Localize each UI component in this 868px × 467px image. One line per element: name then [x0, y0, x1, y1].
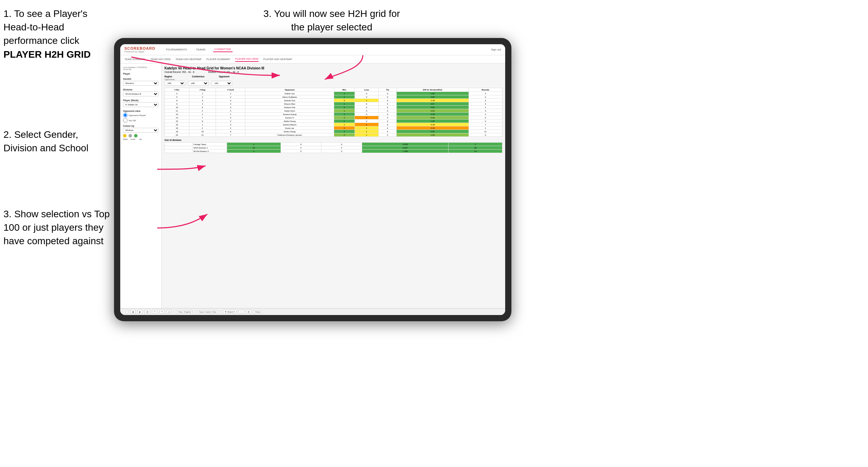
col-opponent: Opponent — [245, 88, 334, 92]
toolbar-watch[interactable]: 👁 Watch ▾ — [223, 310, 236, 314]
table-row: 11 2 5 Heejo Hyun 1 0 0 3.33 3 — [165, 109, 502, 113]
bottom-toolbar: ↩ ◀ ▶ ⊞ ↶ ↷ ◷ | View: Original | Save Cu… — [120, 308, 505, 315]
col-div: # Div — [165, 88, 189, 92]
region-select[interactable]: (All) — [164, 81, 185, 86]
col-conf: # Conf — [216, 88, 245, 92]
sidebar: Last Updated: 27/03/2024 16:55:38 Player… — [120, 64, 162, 308]
main-content: Last Updated: 27/03/2024 16:55:38 Player… — [120, 64, 505, 308]
out-of-division-title: Out of division — [164, 139, 502, 141]
col-loss: Loss — [355, 88, 379, 92]
toolbar-back[interactable]: ◀ — [130, 310, 135, 314]
toolbar-forward[interactable]: ▶ — [138, 310, 143, 314]
colour-dots — [123, 134, 159, 137]
tablet-screen: SCOREBOARD Powered by clippd TOURNAMENTS… — [120, 44, 505, 315]
table-row: 16 1 3 Jessica Mason 1 2 0 -0.94 7 — [165, 123, 502, 126]
opponent-select[interactable]: (All) — [211, 81, 232, 86]
dot-labels: Down Level Up — [123, 138, 159, 140]
table-row: 18 2 2 Euna Lee 0 1 0 -5.00 2 — [165, 126, 502, 130]
ood-table-row: NCAA Division 2 5 0 0 7.400 10 — [165, 150, 502, 153]
timestamp: Last Updated: 27/03/2024 16:55:38 — [123, 66, 159, 70]
col-rounds: Rounds — [469, 88, 502, 92]
toolbar-clock[interactable]: ◷ — [167, 310, 172, 314]
toolbar-redo-right[interactable]: ↷ — [159, 310, 164, 314]
instruction-top-right: 3. You will now see H2H grid for the pla… — [263, 7, 401, 34]
nav-tournaments[interactable]: TOURNAMENTS — [164, 47, 188, 52]
subnav-player-summary[interactable]: PLAYER SUMMARY — [207, 57, 230, 61]
out-of-division-table: Foreign Team 1 0 0 4.500 2 NAIA Division… — [164, 142, 502, 153]
toolbar-save-custom[interactable]: Save Custom View — [197, 310, 218, 314]
ood-table-row: NAIA Division 1 15 0 0 9.267 30 — [165, 146, 502, 150]
division-section: Division NCAA Division III — [123, 88, 159, 96]
page-title: Katelyn Vo Head-to-Head Grid for Women's… — [164, 66, 502, 70]
opponent-view-section: Opponent view Opponents Played Top 100 — [123, 110, 159, 123]
table-row: 19 10 6 Emily Chang 4 1 0 0.30 11 — [165, 130, 502, 133]
dot-up — [134, 134, 138, 137]
player-rank-select[interactable]: 8. Katelyn Vo — [123, 102, 159, 107]
tablet-frame: SCOREBOARD Powered by clippd TOURNAMENTS… — [114, 38, 511, 321]
toolbar-view-original[interactable]: View: Original — [177, 310, 193, 314]
nav-teams[interactable]: TEAMS — [195, 47, 207, 52]
region-filter: Opponents: (All) — [164, 78, 185, 86]
toolbar-share[interactable]: Share — [253, 310, 262, 314]
table-row: 14 7 4 Eunice Yi 2 2 0 0.38 9 — [165, 116, 502, 120]
record-row: Overall Record: 353 - 34 - 6 Division Re… — [164, 71, 502, 73]
dot-down — [123, 134, 126, 137]
table-row: 3 1 1 Esther Lee 1 0 0 1.50 4 — [165, 92, 502, 95]
sub-nav: TEAM SUMMARY TEAM H2H GRID TEAM H2H HEAT… — [120, 55, 505, 64]
brand: SCOREBOARD Powered by clippd — [124, 46, 155, 53]
toolbar-grid[interactable]: ⊞ — [145, 310, 150, 314]
table-row: 5 2 2 Alexis Sudjianto 1 0 0 4.00 3 — [165, 95, 502, 99]
nav-committee[interactable]: COMMITTEE — [213, 47, 233, 52]
subnav-player-h2h-heatmap[interactable]: PLAYER H2H HEATMAP — [263, 57, 292, 61]
data-area: Katelyn Vo Head-to-Head Grid for Women's… — [162, 64, 505, 308]
subnav-team-summary[interactable]: TEAM SUMMARY — [124, 57, 145, 61]
col-win: Win — [334, 88, 355, 92]
player-section: Player — [123, 73, 159, 75]
radio-opponents-played[interactable]: Opponents Played — [123, 113, 159, 117]
subnav-team-h2h-heatmap[interactable]: TEAM H2H HEATMAP — [176, 57, 202, 61]
toolbar-redo-left[interactable]: ↶ — [152, 310, 157, 314]
instruction-bottom-left: 3. Show selection vs Top 100 or just pla… — [3, 207, 111, 248]
gender-select[interactable]: Women's — [123, 81, 159, 86]
toolbar-share-grid[interactable]: ⊞ — [246, 310, 251, 314]
radio-group: Opponents Played Top 100 — [123, 113, 159, 123]
opponent-filter: (All) — [211, 78, 232, 86]
conference-select[interactable]: (All) — [188, 81, 209, 86]
dot-level — [129, 134, 132, 137]
filters-row: Opponents: (All) (All) — [164, 78, 502, 86]
colour-section: Colour by Win/loss Down Level Up — [123, 125, 159, 140]
col-reg: # Reg — [189, 88, 216, 92]
subnav-player-h2h-grid[interactable]: PLAYER H2H GRID — [235, 57, 258, 62]
player-rank-section: Player (Rank) 8. Katelyn Vo — [123, 99, 159, 107]
region-header: Region Conference Opponent — [164, 75, 502, 78]
instruction-mid-left: 2. Select Gender, Division and School — [3, 128, 107, 155]
toolbar-undo[interactable]: ↩ — [123, 310, 128, 314]
table-row: 15 8 5 Stella Cheng 1 0 0 1.25 4 — [165, 120, 502, 123]
ood-table-row: Foreign Team 1 0 0 4.500 2 — [165, 143, 502, 146]
table-row: 10 6 3 Andrea York 2 0 0 4.00 4 — [165, 106, 502, 109]
sign-out[interactable]: Sign out — [491, 48, 501, 51]
colour-select[interactable]: Win/loss — [123, 128, 159, 133]
gender-section: Gender Women's — [123, 78, 159, 86]
conference-filter: (All) — [188, 78, 209, 86]
nav-bar: SCOREBOARD Powered by clippd TOURNAMENTS… — [120, 44, 505, 55]
table-row: 6 3 3 Sydney Kuo 0 1 0 -1.00 3 — [165, 99, 502, 102]
col-tie: Tie — [379, 88, 397, 92]
division-select[interactable]: NCAA Division III — [123, 92, 159, 96]
radio-top100[interactable]: Top 100 — [123, 118, 159, 123]
h2h-grid-table: # Div # Reg # Conf Opponent Win Loss Tie… — [164, 88, 502, 137]
instruction-top-left: 1. To see a Player's Head-to-Head perfor… — [3, 7, 114, 61]
table-row: 20 11 7 Federica Domecq Lacroze 2 1 0 1.… — [165, 133, 502, 137]
toolbar-layout[interactable]: ⬚ — [238, 310, 244, 314]
col-diff: Diff Av Strokes/Rnd — [396, 88, 469, 92]
table-row: 9 1 4 Sharon Mun 1 0 0 3.67 3 — [165, 102, 502, 106]
subnav-team-h2h-grid[interactable]: TEAM H2H GRID — [150, 57, 171, 61]
table-row: 13 1 1 Jessica Huang 1 0 0 -3.00 2 — [165, 113, 502, 116]
